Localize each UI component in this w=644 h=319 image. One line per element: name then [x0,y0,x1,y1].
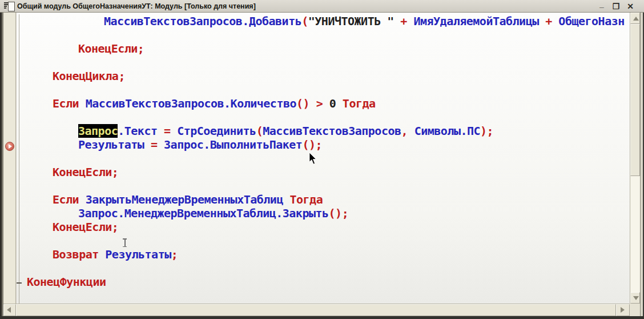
code-line [17,28,630,42]
code-token: ); [480,124,493,138]
code-token: Символы.ПС [414,124,480,138]
code-line: МассивТекстовЗапросов.Добавить("УНИЧТОЖИ… [17,14,630,28]
code-line: КонецЕсли; [17,165,630,179]
code-token: Результаты [105,248,171,261]
code-line [17,151,630,165]
code-token: Тогда [336,97,375,110]
code-line [17,234,630,248]
code-line: КонецЕсли; [17,42,630,55]
scroll-down-button[interactable] [630,292,640,304]
code-token: ИмяУдаляемойТаблицы [413,14,538,28]
code-line: Запрос.Текст = СтрСоединить(МассивТексто… [17,124,630,138]
code-line [17,261,630,275]
code-token: Запрос.МенеджерВременныхТаблиц.Закрыть [78,206,329,220]
window-title: Общий модуль ОбщегоНазначенияУТ: Модуль … [17,0,256,13]
code-token: Возврат [53,248,105,261]
code-token: КонецЕсли; [78,42,144,55]
close-button[interactable]: ✕ [626,1,635,11]
window-right-edge [640,13,644,316]
horizontal-scroll-thumb[interactable] [16,304,616,316]
code-token: ( [256,124,263,138]
triangle-down-icon [633,296,639,300]
code-token: КонецЕсли; [53,220,118,234]
code-lines: МассивТекстовЗапросов.Добавить("УНИЧТОЖИ… [17,14,630,289]
code-line: Результаты = Запрос.ВыполнитьПакет(); [17,138,630,151]
selected-word: Запрос [78,124,118,138]
scroll-up-button[interactable] [630,13,640,24]
scroll-left-button[interactable] [3,304,16,316]
scrollbar-corner [630,304,640,316]
code-token: КонецЕсли; [53,165,118,179]
vertical-scrollbar[interactable] [630,13,640,304]
code-token: ; [171,248,178,261]
code-token: ( [301,14,308,28]
minimize-button[interactable]: _ [597,1,606,11]
triangle-up-icon [633,17,639,21]
code-token: ЗакрытьМенеджерВременныхТаблиц [86,193,283,206]
mouse-cursor-icon [309,153,318,168]
module-document-icon [4,2,14,11]
code-token: (); [302,138,322,151]
code-line: Если ЗакрытьМенеджерВременныхТаблиц Тогд… [17,193,630,206]
title-bar[interactable]: Общий модуль ОбщегоНазначенияУТ: Модуль … [0,0,644,13]
window-bottom-edge [0,316,644,319]
code-line [17,55,630,69]
code-token: 0 [329,97,336,110]
code-token: () > [296,97,329,110]
window-controls: _ ❐ ✕ [597,0,635,13]
module-editor-window: Общий модуль ОбщегоНазначенияУТ: Модуль … [0,0,644,319]
code-token: КонецЦикла; [53,69,125,83]
code-token: СтрСоединить [177,124,256,138]
code-token: Если [53,193,86,206]
code-token: (); [329,206,349,220]
code-line [17,83,630,97]
code-token: КонецФункции [27,275,106,289]
code-line: КонецФункции [17,275,630,289]
code-line: Запрос.МенеджерВременныхТаблиц.Закрыть()… [17,206,630,220]
code-token: МассивТекстовЗапросов [263,124,401,138]
i-beam-cursor-icon [122,238,127,247]
code-token: + [394,14,414,28]
code-line [17,110,630,124]
maximize-button[interactable]: ❐ [611,1,621,11]
arrow-right-icon [9,144,12,149]
code-line: Возврат Результаты; [17,248,630,261]
code-token: Запрос.ВыполнитьПакет [164,138,302,151]
code-token: Результаты [78,138,144,151]
code-token: МассивТекстовЗапросов.Количество [86,97,296,110]
code-token: Если [53,97,86,110]
code-token: МассивТекстовЗапросов.Добавить [104,14,301,28]
current-line-marker-icon [5,142,14,151]
triangle-right-icon [621,307,625,313]
editor-margin [3,13,16,304]
scroll-right-button[interactable] [616,304,630,316]
code-token: , [401,124,414,138]
triangle-left-icon [7,307,11,313]
code-token: Тогда [283,193,323,206]
code-token: "УНИЧТОЖИТЬ " [308,14,394,28]
code-token: ОбщегоНазн [558,14,624,28]
code-token: = [144,138,164,151]
code-line [17,179,630,193]
code-token: + [539,14,559,28]
horizontal-scrollbar[interactable] [3,304,630,316]
code-token: = [158,124,178,138]
vertical-scroll-thumb[interactable] [630,24,640,176]
code-line: Если МассивТекстовЗапросов.Количество() … [17,97,630,110]
code-token: .Текст [118,124,157,138]
code-line: КонецЕсли; [17,220,630,234]
code-editor[interactable]: МассивТекстовЗапросов.Добавить("УНИЧТОЖИ… [17,13,630,304]
code-line: КонецЦикла; [17,69,630,83]
